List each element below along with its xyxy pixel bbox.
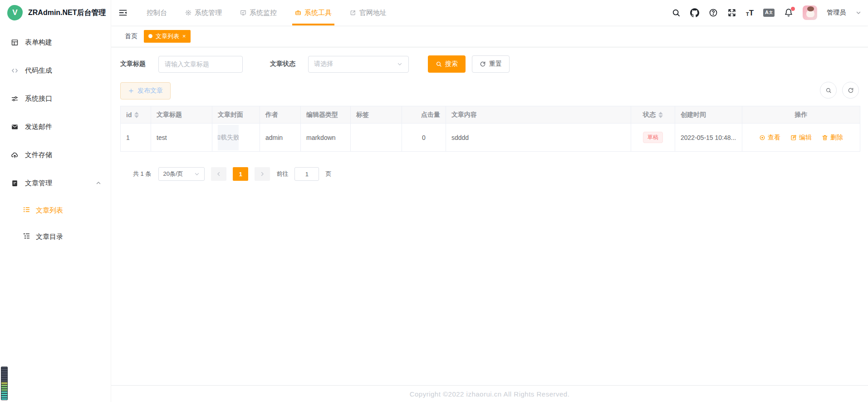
col-content: 文章内容 — [451, 111, 477, 118]
page-suffix-label: 页 — [325, 170, 331, 178]
col-cover: 文章封面 — [218, 111, 243, 118]
col-hits: 点击量 — [421, 111, 440, 118]
code-icon — [11, 67, 19, 74]
sidebar-subitem-article-list[interactable]: 文章列表 — [0, 197, 111, 223]
trash-icon — [822, 134, 828, 141]
tag-label: 文章列表 — [156, 32, 179, 40]
edit-label: 编辑 — [799, 134, 812, 142]
translate-icon[interactable]: A文 — [763, 9, 775, 16]
refresh-icon — [480, 61, 486, 67]
nav-tab-console[interactable]: 控制台 — [137, 0, 176, 25]
nav-tab-website[interactable]: 官网地址 — [341, 0, 396, 25]
publish-article-button[interactable]: 发布文章 — [120, 82, 171, 99]
publish-button-label: 发布文章 — [137, 87, 163, 95]
page-size-select[interactable]: 20条/页 — [158, 167, 205, 181]
sliders-icon — [11, 95, 19, 103]
tag-close-icon[interactable]: × — [182, 33, 186, 39]
sidebar-item-form-builder[interactable]: 表单构建 — [0, 28, 111, 56]
search-icon[interactable] — [672, 8, 681, 17]
form-grid-icon — [11, 39, 19, 46]
sidebar-subitem-article-catalog[interactable]: 文章目录 — [0, 223, 111, 250]
user-name[interactable]: 管理员 — [827, 9, 846, 17]
sidebar-item-system-api[interactable]: 系统接口 — [0, 84, 111, 113]
nav-tab-system-manage[interactable]: 系统管理 — [176, 0, 231, 25]
sort-caret[interactable] — [658, 112, 663, 118]
article-title-input[interactable] — [158, 56, 243, 73]
select-placeholder: 请选择 — [314, 60, 333, 68]
article-status-label: 文章状态 — [270, 60, 295, 68]
pagination: 共 1 条 20条/页 1 前往 页 — [133, 167, 859, 181]
footer: Copyright ©2022 izhaorui.cn All Rights R… — [111, 385, 868, 402]
eye-icon — [759, 134, 765, 141]
table-row[interactable]: 1 test 加载失败 admin markdown 0 sdddd — [121, 124, 860, 152]
article-title-label: 文章标题 — [120, 60, 146, 68]
search-icon — [825, 87, 832, 94]
font-size-icon[interactable]: TT — [746, 9, 754, 17]
cell-hits: 0 — [402, 124, 446, 152]
nav-tab-label: 系统工具 — [304, 9, 332, 17]
sidebar-collapse-button[interactable] — [118, 8, 128, 17]
external-link-icon — [350, 10, 356, 16]
delete-button[interactable]: 删除 — [822, 134, 843, 142]
sort-caret[interactable] — [134, 112, 139, 118]
help-icon[interactable] — [709, 8, 718, 17]
mail-icon — [11, 123, 19, 131]
avatar[interactable] — [803, 5, 817, 20]
sidebar-item-send-mail[interactable]: 发送邮件 — [0, 113, 111, 141]
sidebar-subitem-label: 文章目录 — [36, 233, 63, 241]
nav-tab-system-monitor[interactable]: 系统监控 — [231, 0, 286, 25]
tag-article-list[interactable]: 文章列表 × — [144, 30, 191, 43]
goto-page-input[interactable] — [294, 167, 319, 181]
sidebar-item-file-storage[interactable]: 文件存储 — [0, 141, 111, 169]
table-header-row: id 文章标题 文章封面 作者 编辑器类型 标签 点击量 文章内容 状态 创建时… — [121, 106, 860, 124]
sidebar-item-label: 代码生成 — [25, 66, 52, 75]
bell-icon[interactable] — [784, 8, 793, 17]
monitor-icon — [240, 10, 246, 16]
toolbox-icon — [295, 10, 301, 16]
list-icon — [23, 206, 30, 215]
nav-tab-label: 系统监控 — [250, 9, 277, 17]
cell-author: admin — [260, 124, 301, 152]
edit-button[interactable]: 编辑 — [790, 134, 812, 142]
nav-tab-label: 官网地址 — [359, 9, 387, 17]
sidebar-item-article-manage[interactable]: 文章管理 — [0, 169, 111, 197]
cell-id: 1 — [121, 124, 151, 152]
font-size-small-glyph: T — [746, 12, 749, 17]
nav-tab-label: 系统管理 — [195, 9, 222, 17]
notification-badge — [791, 7, 795, 11]
sidebar: V ZRAdmin.NET后台管理 表单构建 代码生成 系统接口 — [0, 0, 111, 402]
minimap-widget[interactable] — [1, 367, 8, 400]
github-icon[interactable] — [690, 8, 699, 17]
search-button[interactable]: 搜索 — [428, 55, 466, 73]
cell-cover: 加载失败 — [212, 124, 260, 152]
nav-tab-system-tools[interactable]: 系统工具 — [286, 0, 341, 25]
broken-image-alt: 加载失败 — [218, 134, 239, 142]
view-button[interactable]: 查看 — [759, 134, 780, 142]
sidebar-item-label: 发送邮件 — [25, 123, 52, 131]
cell-created: 2022-05-15 10:48... — [675, 124, 742, 152]
article-status-select[interactable]: 请选择 — [308, 56, 409, 73]
tag-dot — [148, 34, 152, 38]
tag-home[interactable]: 首页 — [125, 32, 137, 40]
chevron-down-icon[interactable] — [855, 10, 862, 16]
navbar-right: TT A文 管理员 — [672, 5, 862, 20]
col-tags: 标签 — [356, 111, 369, 118]
chevron-down-icon — [397, 61, 403, 67]
fullscreen-icon[interactable] — [727, 8, 736, 17]
cell-actions: 查看 编辑 删除 — [742, 124, 860, 152]
logo-row[interactable]: V ZRAdmin.NET后台管理 — [0, 0, 111, 25]
page-number-1[interactable]: 1 — [233, 167, 248, 181]
goto-label: 前往 — [276, 170, 288, 178]
chevron-up-icon — [95, 180, 102, 186]
table-search-toggle-button[interactable] — [820, 82, 837, 99]
reset-button[interactable]: 重置 — [472, 55, 510, 73]
prev-page-button[interactable] — [211, 167, 226, 181]
sidebar-item-label: 表单构建 — [25, 38, 52, 47]
next-page-button[interactable] — [255, 167, 270, 181]
app-logo: V — [7, 5, 23, 20]
sidebar-item-code-gen[interactable]: 代码生成 — [0, 56, 111, 84]
broken-image-placeholder: 加载失败 — [218, 125, 239, 150]
table-refresh-button[interactable] — [842, 82, 859, 99]
gear-icon — [185, 10, 191, 16]
translate-a-glyph: A — [765, 10, 769, 15]
